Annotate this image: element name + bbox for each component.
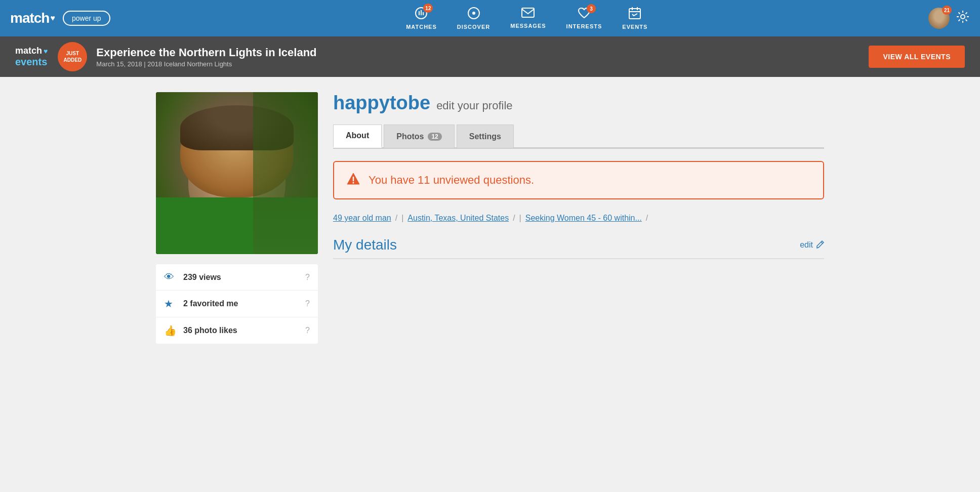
tab-photos[interactable]: Photos 12: [384, 125, 455, 148]
alert-text: You have 11 unviewed questions.: [369, 174, 534, 187]
interests-badge: 3: [587, 4, 596, 13]
nav-items: 12 MATCHES DISCOVER: [126, 7, 928, 30]
photo-likes-help-icon[interactable]: ?: [305, 326, 310, 335]
nav-logo[interactable]: match♥: [10, 10, 55, 26]
svg-point-6: [353, 182, 354, 184]
nav-right: 21: [928, 8, 970, 29]
nav-messages[interactable]: MESSAGES: [510, 8, 546, 29]
eye-icon: 👁: [164, 271, 178, 283]
thumb-icon: 👍: [164, 324, 178, 337]
matches-badge: 12: [423, 4, 433, 13]
photo-likes-text: 36 photo likes: [183, 326, 305, 335]
settings-icon[interactable]: [956, 10, 970, 27]
messages-icon: [521, 8, 535, 22]
alert-triangle-icon: [346, 172, 360, 188]
my-details-section: My details edit: [333, 237, 824, 259]
my-details-edit-button[interactable]: edit: [800, 239, 824, 252]
nav-avatar-wrapper[interactable]: 21: [928, 8, 950, 29]
pencil-icon: [816, 239, 824, 252]
main-content: 👁 239 views ? ★ 2 favorited me ? 👍 36 ph…: [136, 77, 844, 359]
photos-count-badge: 12: [428, 133, 441, 141]
view-all-events-button[interactable]: VIEW ALL EVENTS: [869, 46, 965, 68]
discover-label: DISCOVER: [457, 24, 490, 30]
matches-icon: 12: [415, 7, 428, 23]
age-gender-link[interactable]: 49 year old man: [333, 214, 391, 223]
favorited-text: 2 favorited me: [183, 299, 305, 308]
events-banner: match♥ events JUST ADDED Experience the …: [0, 36, 980, 77]
favorited-stat: ★ 2 favorited me ?: [156, 291, 318, 317]
nav-matches[interactable]: 12 MATCHES: [406, 7, 437, 30]
nav-interests[interactable]: 3 INTERESTS: [566, 7, 602, 29]
interests-label: INTERESTS: [566, 23, 602, 29]
banner-match-text: match♥: [15, 46, 48, 56]
alert-box: You have 11 unviewed questions.: [333, 161, 824, 199]
banner-subtitle: March 15, 2018 | 2018 Iceland Northern L…: [96, 60, 869, 68]
svg-point-5: [961, 15, 965, 19]
views-text: 239 views: [183, 273, 305, 282]
svg-rect-4: [629, 9, 640, 19]
events-label: EVENTS: [622, 24, 647, 30]
banner-title: Experience the Northern Lights in Icelan…: [96, 46, 869, 59]
profile-content: happytobe edit your profile About Photos…: [333, 92, 824, 344]
stats-box: 👁 239 views ? ★ 2 favorited me ? 👍 36 ph…: [156, 264, 318, 344]
svg-rect-3: [522, 8, 534, 17]
profile-tabs: About Photos 12 Settings: [333, 124, 824, 149]
location-link[interactable]: Austin, Texas, United States: [407, 214, 509, 223]
banner-events-text: events: [15, 56, 48, 68]
nav-discover[interactable]: DISCOVER: [457, 7, 490, 30]
favorited-help-icon[interactable]: ?: [305, 299, 310, 308]
avatar-badge: 21: [942, 6, 952, 15]
tab-about[interactable]: About: [333, 125, 382, 148]
banner-content: Experience the Northern Lights in Icelan…: [96, 46, 869, 68]
power-up-button[interactable]: power up: [63, 11, 110, 26]
profile-photo-image: [156, 92, 318, 254]
views-stat: 👁 239 views ?: [156, 264, 318, 291]
just-added-badge: JUST ADDED: [58, 42, 87, 71]
interests-icon: 3: [578, 7, 591, 22]
main-nav: match♥ power up 12 MATCHES: [0, 0, 980, 36]
profile-links: 49 year old man / | Austin, Texas, Unite…: [333, 214, 824, 223]
seeking-link[interactable]: Seeking Women 45 - 60 within...: [525, 214, 642, 223]
banner-logo: match♥ events: [15, 46, 48, 68]
profile-photo: [156, 92, 318, 254]
discover-icon: [467, 7, 480, 23]
edit-profile-link[interactable]: edit your profile: [436, 99, 512, 112]
events-icon: [629, 7, 641, 23]
nav-events[interactable]: EVENTS: [622, 7, 647, 30]
star-icon: ★: [164, 298, 178, 310]
sidebar: 👁 239 views ? ★ 2 favorited me ? 👍 36 ph…: [156, 92, 318, 344]
photo-likes-stat: 👍 36 photo likes ?: [156, 317, 318, 344]
views-help-icon[interactable]: ?: [305, 273, 310, 282]
tab-settings[interactable]: Settings: [457, 125, 514, 148]
svg-point-2: [472, 12, 475, 15]
matches-label: MATCHES: [406, 24, 437, 30]
messages-label: MESSAGES: [510, 23, 546, 29]
profile-username: happytobe: [333, 92, 430, 114]
profile-header: happytobe edit your profile: [333, 92, 824, 114]
my-details-title: My details: [333, 237, 397, 253]
